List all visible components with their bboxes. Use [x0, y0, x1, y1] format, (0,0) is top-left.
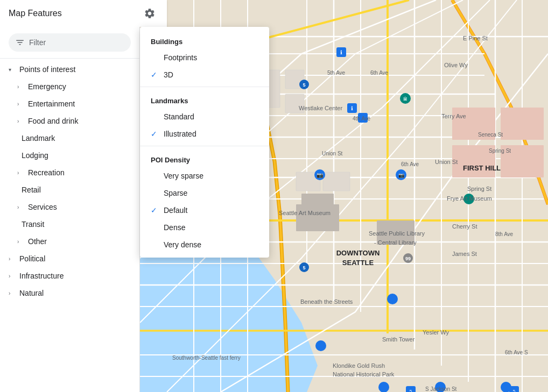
dropdown-menu: Buildings Footprints ✓ 3D Landmarks Stan… [140, 27, 269, 258]
dropdown-item-sparse[interactable]: Sparse [140, 184, 269, 202]
sidebar-item-natural[interactable]: › Natural [0, 284, 139, 302]
map-label-yeslerwy: Yesler Wy [423, 329, 449, 336]
svg-rect-47 [501, 108, 544, 140]
chevron-down-icon: ▾ [9, 67, 15, 73]
dropdown-item-label: Standard [164, 112, 194, 121]
map-label-olivewy: Olive Wy [444, 62, 468, 68]
map-label-springst: Spring St [467, 186, 491, 192]
map-label-epinest: E Pine St [463, 35, 488, 41]
page-title: Map Features [9, 9, 62, 18]
sidebar-item-label: Political [19, 254, 45, 263]
dropdown-item-3d[interactable]: ✓ 3D [140, 66, 269, 83]
map-label-seattleartmuseum: Seattle Art Museum [279, 210, 331, 216]
chevron-right-icon: › [9, 273, 15, 279]
svg-text:99: 99 [405, 256, 411, 261]
sidebar-item-lodging[interactable]: Lodging [0, 147, 139, 164]
sidebar-item-label: Lodging [22, 151, 48, 160]
dropdown-section-poi-density: POI Density [140, 149, 269, 167]
dropdown-item-label: Sparse [164, 189, 187, 197]
sidebar-item-label: Transit [22, 220, 44, 229]
dropdown-item-label: Footprints [164, 53, 197, 62]
svg-text:ℹ: ℹ [340, 49, 342, 55]
sidebar-item-landmark[interactable]: Landmark [0, 130, 139, 147]
dropdown-item-default[interactable]: ✓ Default [140, 202, 269, 219]
sidebar-item-label: Points of interest [19, 65, 75, 74]
dropdown-section-landmarks: Landmarks [140, 90, 269, 108]
map-label-ferry: Southworth-Seattle fast ferry [172, 355, 241, 361]
sidebar-item-label: Emergency [28, 82, 66, 91]
svg-point-65 [387, 294, 398, 304]
sidebar-item-label: Landmark [22, 134, 55, 142]
dropdown-item-very-dense[interactable]: Very dense [140, 236, 269, 253]
svg-text:5: 5 [410, 389, 412, 392]
svg-rect-33 [323, 172, 350, 191]
chevron-right-icon: › [17, 204, 24, 210]
divider [140, 87, 269, 87]
chevron-right-icon: › [9, 290, 15, 296]
svg-text:5: 5 [303, 265, 305, 270]
map-label-8thave: 8th Ave [495, 231, 513, 237]
sidebar-item-other[interactable]: › Other [0, 233, 139, 250]
svg-text:5: 5 [513, 389, 516, 392]
map-label-fryeartmuseum: Frye Art Museum [447, 195, 492, 202]
dropdown-item-label: Very sparse [164, 172, 203, 180]
svg-text:📷: 📷 [398, 172, 405, 179]
checkmark-icon: ✓ [151, 70, 157, 79]
dropdown-section-buildings: Buildings [140, 31, 269, 49]
divider [140, 146, 269, 146]
sidebar-item-label: Food and drink [28, 117, 78, 125]
sidebar-item-label: Retail [22, 186, 41, 194]
sidebar-item-label: Natural [19, 289, 44, 297]
map-label-6thave: 6th Ave [370, 70, 388, 76]
map-label-seattlelibrary: Seattle Public Library [369, 230, 425, 237]
sidebar-item-services[interactable]: › Services [0, 198, 139, 216]
map-label-westlake: Westlake Center [299, 105, 342, 111]
dropdown-item-illustrated[interactable]: ✓ Illustrated [140, 125, 269, 142]
map-label-sjackson: S Jackson St [425, 386, 456, 392]
filter-input[interactable]: Filter [9, 33, 131, 52]
sidebar-item-infrastructure[interactable]: › Infrastructure [0, 267, 139, 284]
map-label-terryave: Terry Ave [441, 113, 466, 119]
map-label-4thave: 4th Ave [353, 116, 370, 122]
map-label-union: Union St [322, 151, 342, 156]
dropdown-item-label: Very dense [164, 240, 201, 249]
svg-point-66 [315, 340, 326, 351]
map-label-senecaSt: Seneca St [478, 132, 503, 138]
map-label-smithtower: Smith Tower [382, 336, 414, 343]
sidebar-item-transit[interactable]: Transit [0, 216, 139, 233]
header: Map Features [0, 0, 167, 27]
sidebar-item-points-of-interest[interactable]: ▾ Points of interest [0, 61, 139, 78]
dropdown-item-label: Default [164, 206, 187, 215]
dropdown-item-very-sparse[interactable]: Very sparse [140, 167, 269, 184]
svg-text:🏛: 🏛 [403, 96, 408, 102]
dropdown-item-footprints[interactable]: Footprints [140, 49, 269, 66]
sidebar-item-label: Entertainment [28, 99, 75, 108]
map-label-unionst: Union St [435, 159, 458, 165]
map-label-beneaththest: Beneath the Streets [300, 298, 353, 305]
filter-bar: Filter [0, 27, 139, 59]
svg-text:ℹ: ℹ [351, 105, 353, 111]
svg-text:5: 5 [303, 82, 305, 88]
settings-button[interactable] [141, 5, 158, 22]
sidebar-item-political[interactable]: › Political [0, 250, 139, 267]
chevron-right-icon: › [17, 170, 24, 176]
map-label-6thaves: 6th Ave S [505, 350, 528, 355]
chevron-right-icon: › [17, 84, 24, 90]
map-label-6thave2: 6th Ave [401, 161, 419, 167]
sidebar-item-label: Services [28, 203, 57, 211]
map-label-seattlelibrary2: - Central Library [374, 239, 417, 246]
dropdown-item-label: 3D [164, 70, 173, 79]
sidebar-item-recreation[interactable]: › Recreation [0, 164, 139, 181]
svg-rect-35 [296, 204, 339, 231]
sidebar: Filter ▾ Points of interest › Emergency … [0, 27, 140, 392]
map-label-cherryWy: Cherry St [452, 223, 477, 230]
sidebar-item-food-and-drink[interactable]: › Food and drink [0, 112, 139, 130]
dropdown-item-standard[interactable]: Standard [140, 108, 269, 125]
sidebar-item-entertainment[interactable]: › Entertainment [0, 95, 139, 112]
dropdown-item-label: Dense [164, 223, 185, 232]
map-label-klondike: Klondike Gold RushNational Historical Pa… [333, 361, 394, 379]
sidebar-item-retail[interactable]: Retail [0, 181, 139, 198]
chevron-right-icon: › [17, 239, 24, 245]
dropdown-item-dense[interactable]: Dense [140, 219, 269, 236]
sidebar-item-emergency[interactable]: › Emergency [0, 78, 139, 95]
